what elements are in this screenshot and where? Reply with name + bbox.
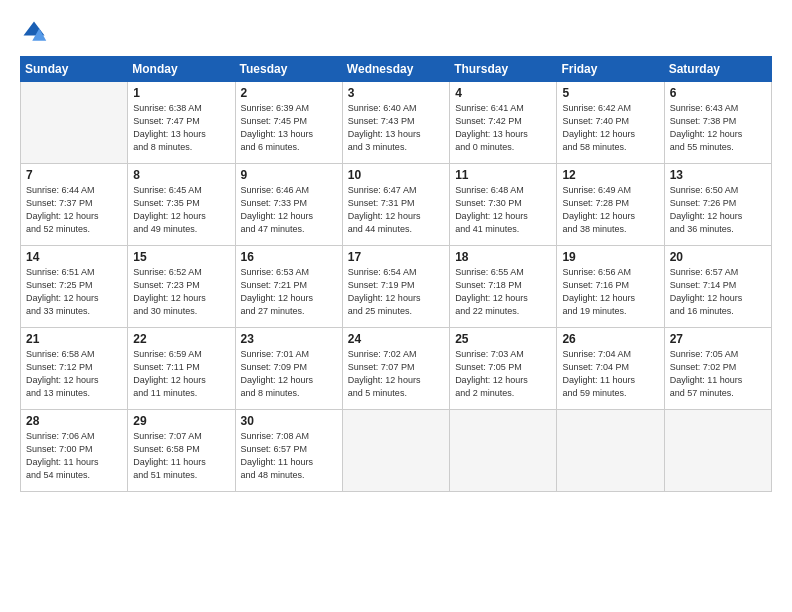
day-number: 25 bbox=[455, 332, 551, 346]
header bbox=[20, 18, 772, 46]
day-number: 17 bbox=[348, 250, 444, 264]
day-detail: Sunrise: 7:07 AM Sunset: 6:58 PM Dayligh… bbox=[133, 430, 229, 482]
day-number: 15 bbox=[133, 250, 229, 264]
day-cell: 5Sunrise: 6:42 AM Sunset: 7:40 PM Daylig… bbox=[557, 82, 664, 164]
day-number: 22 bbox=[133, 332, 229, 346]
day-number: 5 bbox=[562, 86, 658, 100]
day-number: 20 bbox=[670, 250, 766, 264]
day-number: 18 bbox=[455, 250, 551, 264]
day-detail: Sunrise: 6:38 AM Sunset: 7:47 PM Dayligh… bbox=[133, 102, 229, 154]
day-cell: 22Sunrise: 6:59 AM Sunset: 7:11 PM Dayli… bbox=[128, 328, 235, 410]
day-detail: Sunrise: 6:46 AM Sunset: 7:33 PM Dayligh… bbox=[241, 184, 337, 236]
day-cell: 28Sunrise: 7:06 AM Sunset: 7:00 PM Dayli… bbox=[21, 410, 128, 492]
day-detail: Sunrise: 6:54 AM Sunset: 7:19 PM Dayligh… bbox=[348, 266, 444, 318]
day-cell bbox=[450, 410, 557, 492]
day-number: 23 bbox=[241, 332, 337, 346]
day-detail: Sunrise: 7:04 AM Sunset: 7:04 PM Dayligh… bbox=[562, 348, 658, 400]
day-number: 30 bbox=[241, 414, 337, 428]
day-cell: 6Sunrise: 6:43 AM Sunset: 7:38 PM Daylig… bbox=[664, 82, 771, 164]
day-detail: Sunrise: 7:01 AM Sunset: 7:09 PM Dayligh… bbox=[241, 348, 337, 400]
day-number: 16 bbox=[241, 250, 337, 264]
day-number: 11 bbox=[455, 168, 551, 182]
calendar-page: SundayMondayTuesdayWednesdayThursdayFrid… bbox=[0, 0, 792, 612]
day-cell bbox=[21, 82, 128, 164]
week-row-2: 7Sunrise: 6:44 AM Sunset: 7:37 PM Daylig… bbox=[21, 164, 772, 246]
day-number: 24 bbox=[348, 332, 444, 346]
day-number: 28 bbox=[26, 414, 122, 428]
day-detail: Sunrise: 6:59 AM Sunset: 7:11 PM Dayligh… bbox=[133, 348, 229, 400]
col-header-sunday: Sunday bbox=[21, 57, 128, 82]
day-cell: 27Sunrise: 7:05 AM Sunset: 7:02 PM Dayli… bbox=[664, 328, 771, 410]
day-cell: 25Sunrise: 7:03 AM Sunset: 7:05 PM Dayli… bbox=[450, 328, 557, 410]
day-detail: Sunrise: 6:50 AM Sunset: 7:26 PM Dayligh… bbox=[670, 184, 766, 236]
col-header-monday: Monday bbox=[128, 57, 235, 82]
day-detail: Sunrise: 6:56 AM Sunset: 7:16 PM Dayligh… bbox=[562, 266, 658, 318]
day-detail: Sunrise: 6:49 AM Sunset: 7:28 PM Dayligh… bbox=[562, 184, 658, 236]
day-number: 1 bbox=[133, 86, 229, 100]
day-detail: Sunrise: 7:06 AM Sunset: 7:00 PM Dayligh… bbox=[26, 430, 122, 482]
day-cell: 21Sunrise: 6:58 AM Sunset: 7:12 PM Dayli… bbox=[21, 328, 128, 410]
day-detail: Sunrise: 6:45 AM Sunset: 7:35 PM Dayligh… bbox=[133, 184, 229, 236]
day-detail: Sunrise: 6:57 AM Sunset: 7:14 PM Dayligh… bbox=[670, 266, 766, 318]
logo bbox=[20, 18, 52, 46]
week-row-1: 1Sunrise: 6:38 AM Sunset: 7:47 PM Daylig… bbox=[21, 82, 772, 164]
week-row-3: 14Sunrise: 6:51 AM Sunset: 7:25 PM Dayli… bbox=[21, 246, 772, 328]
day-cell: 2Sunrise: 6:39 AM Sunset: 7:45 PM Daylig… bbox=[235, 82, 342, 164]
day-cell: 18Sunrise: 6:55 AM Sunset: 7:18 PM Dayli… bbox=[450, 246, 557, 328]
day-detail: Sunrise: 6:55 AM Sunset: 7:18 PM Dayligh… bbox=[455, 266, 551, 318]
day-number: 27 bbox=[670, 332, 766, 346]
day-cell: 12Sunrise: 6:49 AM Sunset: 7:28 PM Dayli… bbox=[557, 164, 664, 246]
day-cell bbox=[664, 410, 771, 492]
header-row: SundayMondayTuesdayWednesdayThursdayFrid… bbox=[21, 57, 772, 82]
col-header-tuesday: Tuesday bbox=[235, 57, 342, 82]
day-cell: 4Sunrise: 6:41 AM Sunset: 7:42 PM Daylig… bbox=[450, 82, 557, 164]
day-cell: 9Sunrise: 6:46 AM Sunset: 7:33 PM Daylig… bbox=[235, 164, 342, 246]
week-row-4: 21Sunrise: 6:58 AM Sunset: 7:12 PM Dayli… bbox=[21, 328, 772, 410]
day-cell: 17Sunrise: 6:54 AM Sunset: 7:19 PM Dayli… bbox=[342, 246, 449, 328]
day-cell bbox=[557, 410, 664, 492]
day-cell: 16Sunrise: 6:53 AM Sunset: 7:21 PM Dayli… bbox=[235, 246, 342, 328]
day-number: 14 bbox=[26, 250, 122, 264]
col-header-friday: Friday bbox=[557, 57, 664, 82]
day-number: 19 bbox=[562, 250, 658, 264]
day-detail: Sunrise: 6:52 AM Sunset: 7:23 PM Dayligh… bbox=[133, 266, 229, 318]
day-cell: 11Sunrise: 6:48 AM Sunset: 7:30 PM Dayli… bbox=[450, 164, 557, 246]
calendar-table: SundayMondayTuesdayWednesdayThursdayFrid… bbox=[20, 56, 772, 492]
day-detail: Sunrise: 6:53 AM Sunset: 7:21 PM Dayligh… bbox=[241, 266, 337, 318]
day-detail: Sunrise: 6:43 AM Sunset: 7:38 PM Dayligh… bbox=[670, 102, 766, 154]
day-cell: 30Sunrise: 7:08 AM Sunset: 6:57 PM Dayli… bbox=[235, 410, 342, 492]
day-detail: Sunrise: 6:48 AM Sunset: 7:30 PM Dayligh… bbox=[455, 184, 551, 236]
day-number: 10 bbox=[348, 168, 444, 182]
col-header-wednesday: Wednesday bbox=[342, 57, 449, 82]
day-cell: 26Sunrise: 7:04 AM Sunset: 7:04 PM Dayli… bbox=[557, 328, 664, 410]
col-header-saturday: Saturday bbox=[664, 57, 771, 82]
day-number: 2 bbox=[241, 86, 337, 100]
day-detail: Sunrise: 6:41 AM Sunset: 7:42 PM Dayligh… bbox=[455, 102, 551, 154]
day-cell: 3Sunrise: 6:40 AM Sunset: 7:43 PM Daylig… bbox=[342, 82, 449, 164]
day-detail: Sunrise: 7:08 AM Sunset: 6:57 PM Dayligh… bbox=[241, 430, 337, 482]
logo-icon bbox=[20, 18, 48, 46]
day-detail: Sunrise: 6:51 AM Sunset: 7:25 PM Dayligh… bbox=[26, 266, 122, 318]
day-cell: 13Sunrise: 6:50 AM Sunset: 7:26 PM Dayli… bbox=[664, 164, 771, 246]
day-cell: 10Sunrise: 6:47 AM Sunset: 7:31 PM Dayli… bbox=[342, 164, 449, 246]
day-detail: Sunrise: 6:40 AM Sunset: 7:43 PM Dayligh… bbox=[348, 102, 444, 154]
day-cell: 24Sunrise: 7:02 AM Sunset: 7:07 PM Dayli… bbox=[342, 328, 449, 410]
day-cell: 1Sunrise: 6:38 AM Sunset: 7:47 PM Daylig… bbox=[128, 82, 235, 164]
day-number: 4 bbox=[455, 86, 551, 100]
week-row-5: 28Sunrise: 7:06 AM Sunset: 7:00 PM Dayli… bbox=[21, 410, 772, 492]
day-number: 12 bbox=[562, 168, 658, 182]
day-number: 6 bbox=[670, 86, 766, 100]
day-detail: Sunrise: 6:58 AM Sunset: 7:12 PM Dayligh… bbox=[26, 348, 122, 400]
day-detail: Sunrise: 6:44 AM Sunset: 7:37 PM Dayligh… bbox=[26, 184, 122, 236]
col-header-thursday: Thursday bbox=[450, 57, 557, 82]
day-detail: Sunrise: 6:42 AM Sunset: 7:40 PM Dayligh… bbox=[562, 102, 658, 154]
day-number: 9 bbox=[241, 168, 337, 182]
day-number: 8 bbox=[133, 168, 229, 182]
day-number: 26 bbox=[562, 332, 658, 346]
day-cell: 20Sunrise: 6:57 AM Sunset: 7:14 PM Dayli… bbox=[664, 246, 771, 328]
day-cell: 8Sunrise: 6:45 AM Sunset: 7:35 PM Daylig… bbox=[128, 164, 235, 246]
day-number: 29 bbox=[133, 414, 229, 428]
day-cell: 7Sunrise: 6:44 AM Sunset: 7:37 PM Daylig… bbox=[21, 164, 128, 246]
day-cell: 14Sunrise: 6:51 AM Sunset: 7:25 PM Dayli… bbox=[21, 246, 128, 328]
day-detail: Sunrise: 7:03 AM Sunset: 7:05 PM Dayligh… bbox=[455, 348, 551, 400]
